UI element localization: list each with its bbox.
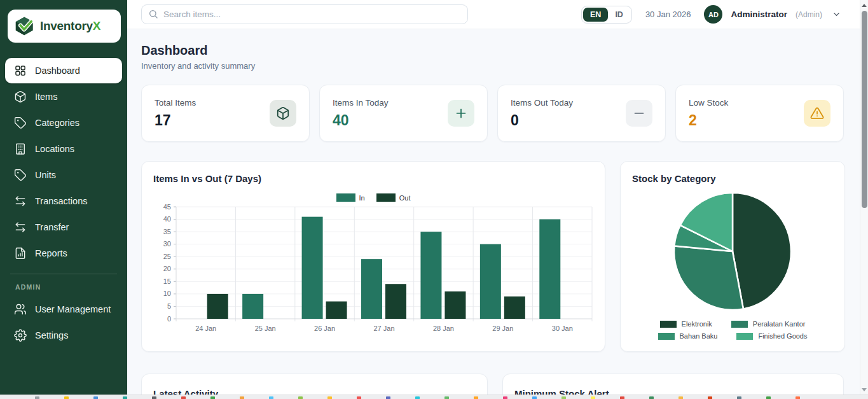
legend-item-in: In: [336, 193, 365, 202]
sidebar: InventoryX DashboardItemsCategoriesLocat…: [0, 0, 127, 395]
gear-icon: [14, 329, 27, 342]
sidebar-item-reports[interactable]: Reports: [5, 241, 122, 266]
sidebar-item-dashboard[interactable]: Dashboard: [5, 58, 122, 83]
legend-label: Peralatan Kantor: [753, 320, 806, 328]
plus-icon: [448, 100, 474, 127]
taskbar-app-icon[interactable]: [240, 396, 244, 399]
latest-activity-panel: Latest Activity: [141, 374, 488, 395]
main-area: EN ID 30 Jan 2026 AD Administrator (Admi…: [127, 0, 868, 395]
taskbar-app-icon[interactable]: [561, 396, 566, 399]
stat-label: Total Items: [155, 98, 196, 108]
taskbar-app-icon[interactable]: [123, 396, 127, 399]
logo-cube-check-icon: [14, 15, 36, 37]
taskbar-app-icon[interactable]: [766, 396, 771, 399]
taskbar-app-icon[interactable]: [796, 396, 800, 399]
taskbar-app-icon[interactable]: [181, 396, 186, 399]
svg-text:28 Jan: 28 Jan: [433, 325, 454, 332]
taskbar-app-icon[interactable]: [649, 396, 654, 399]
legend-swatch: [731, 321, 748, 328]
stat-card-low-stock: Low Stock2: [675, 85, 844, 142]
taskbar-app-icon[interactable]: [35, 396, 39, 399]
stat-value: 0: [511, 112, 573, 129]
sidebar-item-locations[interactable]: Locations: [5, 136, 122, 162]
taskbar-app-icon[interactable]: [415, 396, 420, 399]
sidebar-nav: DashboardItemsCategoriesLocationsUnitsTr…: [0, 58, 127, 266]
taskbar-app-icon[interactable]: [93, 396, 98, 399]
dashboard-content: Dashboard Inventory and activity summary…: [127, 29, 868, 395]
sidebar-item-transactions[interactable]: Transactions: [5, 188, 122, 214]
taskbar-app-icon[interactable]: [357, 396, 361, 399]
taskbar-app-icon[interactable]: [444, 396, 449, 399]
sidebar-item-label: Settings: [35, 330, 68, 340]
sidebar-item-transfer[interactable]: Transfer: [5, 214, 122, 240]
legend-item-peralatan-kantor: Peralatan Kantor: [731, 320, 806, 328]
taskbar-app-icon[interactable]: [269, 396, 273, 399]
legend-label: Elektronik: [682, 320, 712, 328]
stat-label: Items Out Today: [511, 98, 573, 108]
taskbar-app-icon[interactable]: [532, 396, 537, 399]
stat-value: 17: [155, 112, 196, 129]
building-icon: [14, 143, 27, 155]
sidebar-admin-nav: User ManagementSettings: [0, 297, 127, 348]
taskbar-app-icon[interactable]: [679, 396, 683, 399]
svg-text:30 Jan: 30 Jan: [552, 325, 573, 332]
search-icon: [148, 9, 158, 19]
users-icon: [14, 303, 27, 316]
sidebar-item-items[interactable]: Items: [5, 84, 122, 109]
legend-item-out: Out: [376, 193, 411, 202]
scrollbar-down-arrow[interactable]: [860, 385, 868, 394]
taskbar-app-icon[interactable]: [327, 396, 332, 399]
stat-label: Low Stock: [689, 98, 728, 108]
pie-slice-elektronik: [733, 193, 791, 309]
taskbar-app-icon[interactable]: [591, 396, 595, 399]
taskbar-app-icon[interactable]: [503, 396, 507, 399]
logo[interactable]: InventoryX: [8, 10, 121, 43]
sidebar-item-settings[interactable]: Settings: [5, 323, 122, 348]
taskbar-app-icon[interactable]: [708, 396, 712, 399]
taskbar-app-icon[interactable]: [210, 396, 215, 399]
scrollbar-thumb[interactable]: [862, 11, 867, 208]
taskbar-app-icon[interactable]: [737, 396, 741, 399]
bar-chart-card: Items In vs Out (7 Days) InOut 051015202…: [141, 161, 605, 352]
pie-chart-card: Stock by Category ElektronikPeralatan Ka…: [620, 161, 845, 352]
svg-text:15: 15: [163, 277, 171, 285]
app-title: InventoryX: [40, 19, 100, 33]
svg-text:26 Jan: 26 Jan: [314, 325, 335, 332]
svg-text:40: 40: [163, 215, 171, 223]
avatar[interactable]: AD: [704, 5, 722, 24]
pie-chart-title: Stock by Category: [632, 173, 833, 184]
box-icon: [270, 100, 296, 127]
charts-row: Items In vs Out (7 Days) InOut 051015202…: [141, 161, 844, 352]
arrows-swap-icon: [14, 221, 27, 234]
stat-text: Items In Today40: [333, 98, 389, 129]
taskbar[interactable]: [0, 395, 868, 399]
latest-activity-title: Latest Activity: [153, 388, 476, 395]
taskbar-app-icon[interactable]: [620, 396, 624, 399]
admin-section-label: ADMIN: [0, 281, 127, 296]
svg-text:24 Jan: 24 Jan: [195, 325, 216, 332]
taskbar-app-icon[interactable]: [298, 396, 303, 399]
taskbar-app-icon[interactable]: [152, 396, 156, 399]
arrows-swap-icon: [14, 195, 27, 207]
sidebar-item-label: User Management: [35, 304, 111, 314]
taskbar-app-icon[interactable]: [474, 396, 478, 399]
lang-id-button[interactable]: ID: [608, 8, 630, 22]
sidebar-item-user-management[interactable]: User Management: [5, 297, 122, 322]
legend-label: Out: [399, 194, 411, 202]
stat-value: 40: [333, 112, 389, 129]
taskbar-app-icon[interactable]: [64, 396, 69, 399]
minimum-stock-alert-panel: Minimum Stock Alert: [502, 374, 844, 395]
taskbar-app-icon[interactable]: [386, 396, 390, 399]
report-icon: [14, 247, 27, 260]
box-icon: [14, 90, 27, 103]
legend-label: Bahan Baku: [680, 332, 718, 340]
sidebar-item-categories[interactable]: Categories: [5, 110, 122, 136]
stat-text: Items Out Today0: [511, 98, 573, 129]
sidebar-item-units[interactable]: Units: [5, 162, 122, 188]
lang-en-button[interactable]: EN: [583, 8, 608, 22]
svg-text:20: 20: [163, 265, 171, 272]
scrollbar-up-arrow[interactable]: [860, 1, 868, 10]
legend-swatch: [736, 333, 753, 340]
search-input[interactable]: [141, 4, 468, 24]
chevron-down-icon[interactable]: [832, 10, 841, 19]
